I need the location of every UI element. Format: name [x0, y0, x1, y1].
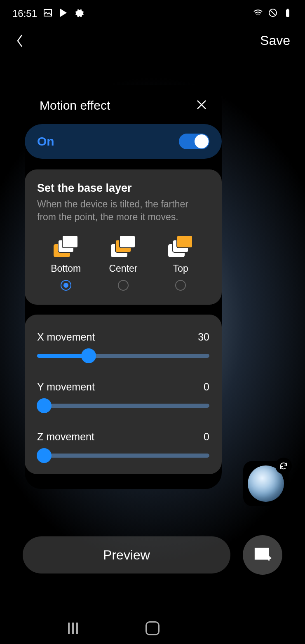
slider-label: Y movement [37, 381, 95, 393]
layer-option-top[interactable]: Top [158, 235, 203, 291]
status-time: 16:51 [12, 8, 37, 19]
slider-value: 30 [198, 331, 209, 343]
image-icon [43, 8, 53, 19]
wifi-icon [253, 8, 263, 19]
system-nav-bar [0, 620, 305, 637]
slider-y-track[interactable] [37, 404, 209, 408]
save-button[interactable]: Save [260, 33, 290, 48]
base-layer-description: When the device is tilted, the farther f… [37, 198, 209, 223]
slider-y: Y movement 0 [37, 381, 209, 408]
wallpaper-thumbnail[interactable] [243, 461, 289, 506]
radio-top[interactable] [175, 280, 186, 291]
layer-option-label: Center [109, 263, 137, 274]
slider-value: 0 [204, 431, 209, 443]
slider-x: X movement 30 [37, 331, 209, 358]
slider-label: X movement [37, 331, 95, 343]
movement-sliders-section: X movement 30 Y movement 0 Z movement 0 [25, 315, 222, 474]
play-store-icon [59, 8, 68, 19]
svg-rect-2 [287, 9, 289, 10]
slider-z-track[interactable] [37, 454, 209, 458]
slider-x-track[interactable] [37, 354, 209, 358]
preview-button-label: Preview [103, 548, 150, 563]
motion-effect-card: Motion effect On Set the base layer When… [25, 85, 222, 489]
refresh-badge[interactable] [275, 458, 292, 474]
app-header: Save [0, 25, 305, 56]
battery-icon [283, 8, 293, 19]
radio-bottom[interactable] [61, 280, 71, 291]
slider-value: 0 [204, 381, 209, 393]
layer-top-icon [168, 235, 193, 257]
toggle-label: On [37, 134, 54, 148]
motion-toggle-row[interactable]: On [25, 124, 222, 159]
nav-recents-button[interactable] [61, 620, 85, 637]
slider-label: Z movement [37, 431, 94, 443]
back-button[interactable] [12, 33, 27, 48]
base-layer-title: Set the base layer [37, 182, 209, 195]
radio-center[interactable] [118, 280, 129, 291]
layer-option-label: Bottom [51, 263, 81, 274]
base-layer-section: Set the base layer When the device is ti… [25, 169, 222, 305]
layer-bottom-icon [54, 235, 78, 257]
card-title: Motion effect [40, 99, 110, 113]
layer-center-icon [111, 235, 136, 257]
status-bar: 16:51 [0, 0, 305, 25]
do-not-disturb-icon [268, 8, 278, 19]
svg-rect-1 [286, 9, 289, 17]
nav-back-button[interactable] [220, 620, 244, 637]
layer-option-center[interactable]: Center [101, 235, 146, 291]
gear-icon [74, 8, 84, 19]
close-button[interactable] [196, 99, 207, 112]
toggle-switch[interactable] [179, 134, 209, 149]
layer-option-label: Top [173, 263, 188, 274]
slider-z: Z movement 0 [37, 431, 209, 458]
nav-home-button[interactable] [140, 620, 165, 637]
layer-option-bottom[interactable]: Bottom [43, 235, 89, 291]
add-image-button[interactable] [243, 535, 282, 575]
preview-button[interactable]: Preview [23, 536, 230, 573]
add-image-icon [253, 545, 272, 564]
